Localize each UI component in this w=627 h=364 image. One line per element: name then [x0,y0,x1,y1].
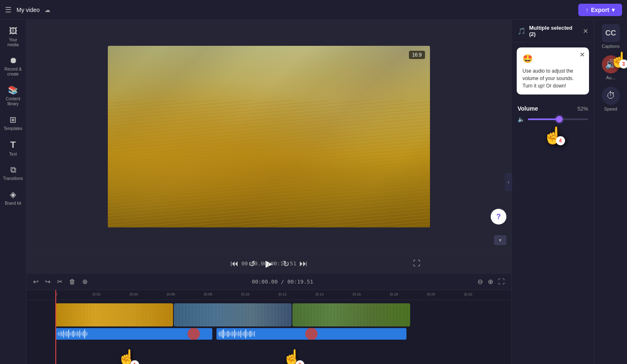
video-clip-3[interactable] [292,303,410,326]
right-panel: 🎵 Multiple selected (2) ✕ 🤩 Use audio to… [511,20,594,364]
audio-icon: 🔊 [602,55,620,73]
text-icon: T [10,139,16,150]
add-to-timeline-button[interactable]: ⊕ [81,276,89,287]
brand-icon: ◈ [10,189,16,199]
panel-title: Multiple selected (2) [529,25,580,37]
delete-button[interactable]: 🗑 [67,277,77,287]
fit-button[interactable]: ⛶ [496,276,506,287]
hamburger-icon[interactable]: ☰ [5,5,12,14]
play-button[interactable]: ▶ [266,258,273,269]
audio-track [55,328,482,340]
zoom-out-button[interactable]: ⊖ [476,276,484,287]
info-text: Use audio to adjust the volume of your s… [522,68,574,89]
aspect-badge: 16:9 [409,51,425,59]
redo-button[interactable]: ↪ [43,276,52,287]
export-button[interactable]: ↑ Export ▾ [578,4,622,16]
volume-slider-thumb[interactable] [556,116,563,123]
cursor-2-group: ☝ 2 [283,349,301,364]
track-container: ☝ 1 ☝ 2 [26,300,511,345]
audio-clip-2[interactable] [216,328,406,340]
cursor-4-area: ☝ 4 [518,126,588,145]
cursor-hand-1: ☝ [117,349,136,364]
volume-slider[interactable] [528,118,588,120]
audio-gap [213,328,216,340]
sidebar-item-transitions[interactable]: ⧉ Transitions [1,162,25,184]
captions-icon: CC [602,24,620,42]
panel-collapse-arrow[interactable]: › [505,173,512,191]
volume-label: Volume [518,105,538,112]
speed-label: Speed [604,106,618,111]
far-right-item-speed[interactable]: ⏱ Speed [602,87,620,111]
info-box: 🤩 Use audio to adjust the volume of your… [517,47,589,95]
sidebar-item-content-library[interactable]: 📚 Contentlibrary [1,82,25,110]
fullscreen-button[interactable]: ⛶ [413,259,420,268]
cursor-hand-4: ☝ 4 [543,126,563,145]
volume-low-icon: 🔈 [518,116,525,123]
volume-control: 🔈 [518,116,588,123]
cursor-hand-2: ☝ [283,349,301,364]
video-clip-1[interactable] [55,303,173,326]
far-right-panel: CC Captions 🔊 Au... ☝ 3 ⏱ Speed [594,20,627,364]
zoom-controls: ⊖ ⊕ ⛶ [476,276,506,287]
timeline-toolbar: ↩ ↪ ✂ 🗑 ⊕ 00:00.00 / 00:19.51 ⊖ ⊕ ⛶ [26,274,511,290]
volume-value: 52% [577,106,588,112]
rewind-button[interactable]: ↺ [249,259,256,269]
cursor-badge-3: 3 [619,59,627,69]
project-title[interactable]: My video [17,7,40,13]
captions-label: Captions [602,44,620,49]
info-emoji: 🤩 [522,52,583,65]
skip-forward-button[interactable]: ⏭ [299,259,308,268]
panel-emoji: 🎵 [518,27,526,35]
forward-button[interactable]: ↻ [283,259,290,269]
cursor-1-group: ☝ 1 [117,349,136,364]
media-icon: 🖼 [9,26,17,36]
undo-button[interactable]: ↩ [31,276,40,287]
speed-icon: ⏱ [602,87,620,105]
sidebar-item-brand-kit[interactable]: ◈ Brand kit [1,186,25,209]
volume-header: Volume 52% [518,105,588,112]
transitions-icon: ⧉ [10,165,16,175]
skip-back-button[interactable]: ⏮ [230,259,239,268]
cloud-icon: ☁ [45,7,50,13]
sidebar-item-templates[interactable]: ⊞ Templates [1,111,25,135]
export-icon: ↑ [586,7,589,13]
far-right-item-captions[interactable]: CC Captions [602,24,620,49]
left-sidebar: 🖼 Your media ⏺ Record &create 📚 Contentl… [0,20,26,364]
timeline-ruler: 0 |0:02 |0:04 |0:06 |0:08 |0:10 |0:12 |0… [26,290,511,300]
video-clip-2[interactable] [174,303,292,326]
volume-section: Volume 52% 🔈 ☝ 4 [512,99,594,151]
preview-video: 16:9 [108,46,430,227]
record-icon: ⏺ [9,56,17,65]
panel-header: 🎵 Multiple selected (2) ✕ [512,20,594,43]
cursor-badge-4: 4 [556,136,565,145]
help-button[interactable]: ? [491,209,506,225]
collapse-button[interactable]: ▾ [494,235,506,245]
sidebar-item-record-create[interactable]: ⏺ Record &create [1,52,25,80]
chevron-down-icon: ▾ [499,237,501,243]
timeline-time-display: 00:00.00 / 00:19.51 [252,279,314,285]
chevron-right-icon: › [508,179,509,185]
cut-button[interactable]: ✂ [55,276,64,287]
cursor-badge-1: 1 [130,360,139,364]
playback-controls: ⏮ ↺ ▶ ↻ ⏭ 00:00.00 / 00:19.51 ⛶ [26,253,511,273]
video-track [55,303,482,326]
library-icon: 📚 [8,85,18,95]
info-close-button[interactable]: ✕ [580,51,585,59]
sidebar-item-your-media[interactable]: 🖼 Your media [1,23,25,51]
close-panel-button[interactable]: ✕ [583,27,588,35]
far-right-item-audio[interactable]: 🔊 Au... ☝ 3 [602,55,620,80]
timeline-area: ↩ ↪ ✂ 🗑 ⊕ 00:00.00 / 00:19.51 ⊖ ⊕ ⛶ [26,273,511,364]
topbar: ☰ My video ☁ ↑ Export ▾ [0,0,627,20]
sidebar-item-text[interactable]: T Text [1,136,25,160]
audio-label: Au... [606,75,615,80]
cursor-badge-2: 2 [295,360,304,364]
audio-clip-1[interactable] [55,328,212,340]
zoom-in-button[interactable]: ⊕ [486,276,495,287]
volume-slider-fill [528,118,559,120]
templates-icon: ⊞ [10,115,17,125]
main-layout: 🖼 Your media ⏺ Record &create 📚 Contentl… [0,20,627,364]
wheat-stems [108,100,430,227]
center-area: 16:9 ? ▾ ⏮ ↺ ▶ ↻ ⏭ 00:00.00 / 00:19.51 ⛶ [26,20,511,364]
preview-area: 16:9 ? ▾ [26,20,511,253]
chevron-down-icon: ▾ [612,7,615,13]
